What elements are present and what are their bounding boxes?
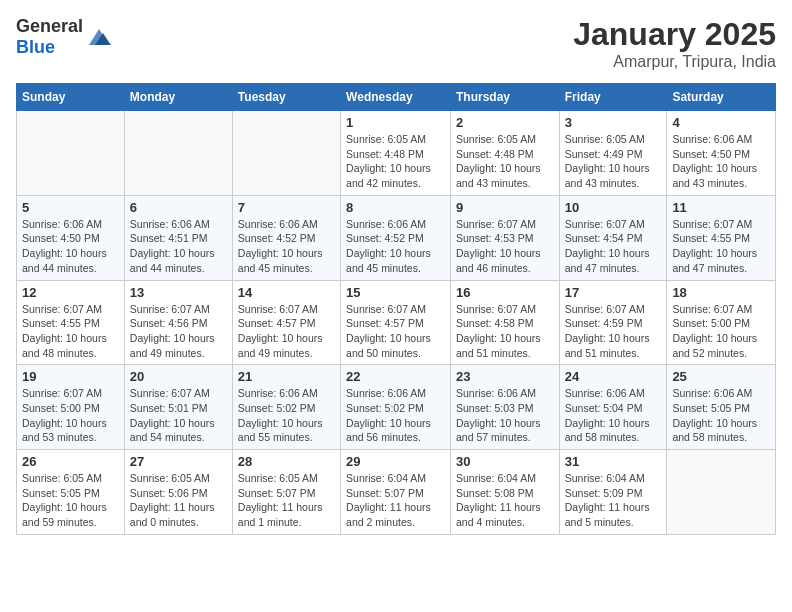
calendar-week-5: 26Sunrise: 6:05 AM Sunset: 5:05 PM Dayli… [17, 450, 776, 535]
day-info: Sunrise: 6:05 AM Sunset: 4:48 PM Dayligh… [456, 132, 554, 191]
day-info: Sunrise: 6:07 AM Sunset: 4:57 PM Dayligh… [238, 302, 335, 361]
calendar-table: SundayMondayTuesdayWednesdayThursdayFrid… [16, 83, 776, 535]
calendar-week-4: 19Sunrise: 6:07 AM Sunset: 5:00 PM Dayli… [17, 365, 776, 450]
calendar-cell: 12Sunrise: 6:07 AM Sunset: 4:55 PM Dayli… [17, 280, 125, 365]
month-title: January 2025 [573, 16, 776, 53]
day-number: 2 [456, 115, 554, 130]
day-info: Sunrise: 6:04 AM Sunset: 5:09 PM Dayligh… [565, 471, 662, 530]
weekday-header-monday: Monday [124, 84, 232, 111]
day-info: Sunrise: 6:07 AM Sunset: 4:55 PM Dayligh… [22, 302, 119, 361]
logo-general: General [16, 16, 83, 36]
day-number: 26 [22, 454, 119, 469]
calendar-cell: 26Sunrise: 6:05 AM Sunset: 5:05 PM Dayli… [17, 450, 125, 535]
day-number: 14 [238, 285, 335, 300]
day-info: Sunrise: 6:05 AM Sunset: 5:05 PM Dayligh… [22, 471, 119, 530]
calendar-cell: 30Sunrise: 6:04 AM Sunset: 5:08 PM Dayli… [450, 450, 559, 535]
calendar-week-1: 1Sunrise: 6:05 AM Sunset: 4:48 PM Daylig… [17, 111, 776, 196]
calendar-cell [232, 111, 340, 196]
calendar-cell: 14Sunrise: 6:07 AM Sunset: 4:57 PM Dayli… [232, 280, 340, 365]
day-info: Sunrise: 6:06 AM Sunset: 5:03 PM Dayligh… [456, 386, 554, 445]
day-number: 4 [672, 115, 770, 130]
logo: General Blue [16, 16, 113, 58]
day-info: Sunrise: 6:05 AM Sunset: 4:48 PM Dayligh… [346, 132, 445, 191]
day-number: 27 [130, 454, 227, 469]
calendar-cell: 8Sunrise: 6:06 AM Sunset: 4:52 PM Daylig… [341, 195, 451, 280]
calendar-cell: 22Sunrise: 6:06 AM Sunset: 5:02 PM Dayli… [341, 365, 451, 450]
day-info: Sunrise: 6:06 AM Sunset: 4:50 PM Dayligh… [22, 217, 119, 276]
day-number: 6 [130, 200, 227, 215]
calendar-cell: 28Sunrise: 6:05 AM Sunset: 5:07 PM Dayli… [232, 450, 340, 535]
day-info: Sunrise: 6:04 AM Sunset: 5:07 PM Dayligh… [346, 471, 445, 530]
day-info: Sunrise: 6:07 AM Sunset: 4:57 PM Dayligh… [346, 302, 445, 361]
day-info: Sunrise: 6:06 AM Sunset: 4:51 PM Dayligh… [130, 217, 227, 276]
weekday-header-thursday: Thursday [450, 84, 559, 111]
weekday-header-saturday: Saturday [667, 84, 776, 111]
calendar-cell: 13Sunrise: 6:07 AM Sunset: 4:56 PM Dayli… [124, 280, 232, 365]
day-number: 18 [672, 285, 770, 300]
calendar-cell: 17Sunrise: 6:07 AM Sunset: 4:59 PM Dayli… [559, 280, 667, 365]
day-info: Sunrise: 6:06 AM Sunset: 5:04 PM Dayligh… [565, 386, 662, 445]
day-info: Sunrise: 6:07 AM Sunset: 4:58 PM Dayligh… [456, 302, 554, 361]
location-subtitle: Amarpur, Tripura, India [573, 53, 776, 71]
day-number: 29 [346, 454, 445, 469]
calendar-cell: 3Sunrise: 6:05 AM Sunset: 4:49 PM Daylig… [559, 111, 667, 196]
day-number: 3 [565, 115, 662, 130]
day-info: Sunrise: 6:07 AM Sunset: 4:54 PM Dayligh… [565, 217, 662, 276]
logo-text: General Blue [16, 16, 83, 58]
calendar-cell [17, 111, 125, 196]
day-info: Sunrise: 6:06 AM Sunset: 5:02 PM Dayligh… [238, 386, 335, 445]
day-number: 13 [130, 285, 227, 300]
day-number: 19 [22, 369, 119, 384]
calendar-cell: 24Sunrise: 6:06 AM Sunset: 5:04 PM Dayli… [559, 365, 667, 450]
weekday-header-friday: Friday [559, 84, 667, 111]
day-info: Sunrise: 6:06 AM Sunset: 4:50 PM Dayligh… [672, 132, 770, 191]
day-info: Sunrise: 6:06 AM Sunset: 4:52 PM Dayligh… [346, 217, 445, 276]
day-info: Sunrise: 6:07 AM Sunset: 4:56 PM Dayligh… [130, 302, 227, 361]
day-info: Sunrise: 6:05 AM Sunset: 5:07 PM Dayligh… [238, 471, 335, 530]
day-info: Sunrise: 6:06 AM Sunset: 5:02 PM Dayligh… [346, 386, 445, 445]
day-number: 15 [346, 285, 445, 300]
calendar-cell: 4Sunrise: 6:06 AM Sunset: 4:50 PM Daylig… [667, 111, 776, 196]
day-info: Sunrise: 6:07 AM Sunset: 5:00 PM Dayligh… [22, 386, 119, 445]
calendar-cell: 2Sunrise: 6:05 AM Sunset: 4:48 PM Daylig… [450, 111, 559, 196]
calendar-cell: 6Sunrise: 6:06 AM Sunset: 4:51 PM Daylig… [124, 195, 232, 280]
day-number: 1 [346, 115, 445, 130]
day-info: Sunrise: 6:06 AM Sunset: 4:52 PM Dayligh… [238, 217, 335, 276]
day-info: Sunrise: 6:07 AM Sunset: 5:01 PM Dayligh… [130, 386, 227, 445]
weekday-header-tuesday: Tuesday [232, 84, 340, 111]
calendar-cell: 7Sunrise: 6:06 AM Sunset: 4:52 PM Daylig… [232, 195, 340, 280]
calendar-cell: 16Sunrise: 6:07 AM Sunset: 4:58 PM Dayli… [450, 280, 559, 365]
day-number: 10 [565, 200, 662, 215]
calendar-cell: 18Sunrise: 6:07 AM Sunset: 5:00 PM Dayli… [667, 280, 776, 365]
day-number: 25 [672, 369, 770, 384]
day-info: Sunrise: 6:06 AM Sunset: 5:05 PM Dayligh… [672, 386, 770, 445]
weekday-header-row: SundayMondayTuesdayWednesdayThursdayFrid… [17, 84, 776, 111]
day-info: Sunrise: 6:07 AM Sunset: 5:00 PM Dayligh… [672, 302, 770, 361]
day-number: 31 [565, 454, 662, 469]
day-info: Sunrise: 6:05 AM Sunset: 4:49 PM Dayligh… [565, 132, 662, 191]
day-number: 20 [130, 369, 227, 384]
day-number: 8 [346, 200, 445, 215]
day-info: Sunrise: 6:07 AM Sunset: 4:55 PM Dayligh… [672, 217, 770, 276]
day-number: 5 [22, 200, 119, 215]
calendar-cell: 9Sunrise: 6:07 AM Sunset: 4:53 PM Daylig… [450, 195, 559, 280]
calendar-cell: 15Sunrise: 6:07 AM Sunset: 4:57 PM Dayli… [341, 280, 451, 365]
calendar-week-3: 12Sunrise: 6:07 AM Sunset: 4:55 PM Dayli… [17, 280, 776, 365]
calendar-cell: 11Sunrise: 6:07 AM Sunset: 4:55 PM Dayli… [667, 195, 776, 280]
day-number: 7 [238, 200, 335, 215]
title-block: January 2025 Amarpur, Tripura, India [573, 16, 776, 71]
calendar-cell: 1Sunrise: 6:05 AM Sunset: 4:48 PM Daylig… [341, 111, 451, 196]
day-number: 12 [22, 285, 119, 300]
calendar-cell [667, 450, 776, 535]
weekday-header-wednesday: Wednesday [341, 84, 451, 111]
day-info: Sunrise: 6:04 AM Sunset: 5:08 PM Dayligh… [456, 471, 554, 530]
calendar-cell: 23Sunrise: 6:06 AM Sunset: 5:03 PM Dayli… [450, 365, 559, 450]
day-number: 17 [565, 285, 662, 300]
day-number: 11 [672, 200, 770, 215]
weekday-header-sunday: Sunday [17, 84, 125, 111]
day-number: 22 [346, 369, 445, 384]
day-number: 24 [565, 369, 662, 384]
day-number: 23 [456, 369, 554, 384]
calendar-cell: 20Sunrise: 6:07 AM Sunset: 5:01 PM Dayli… [124, 365, 232, 450]
calendar-cell: 27Sunrise: 6:05 AM Sunset: 5:06 PM Dayli… [124, 450, 232, 535]
